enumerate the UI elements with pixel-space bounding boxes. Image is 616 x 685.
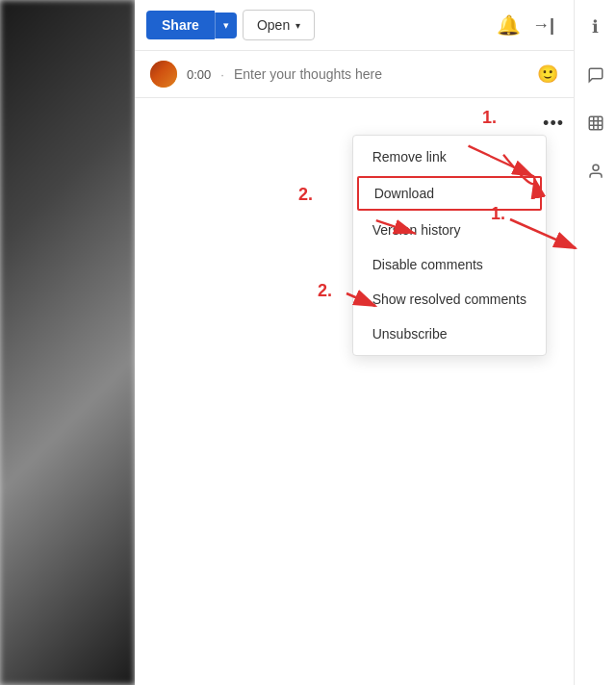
- chart-icon[interactable]: [580, 108, 611, 139]
- dropdown-item-disable-comments[interactable]: Disable comments: [353, 247, 546, 282]
- dropdown-item-unsubscribe[interactable]: Unsubscribe: [353, 317, 546, 351]
- comment-bar: 0:00 · 🙂: [135, 51, 574, 98]
- timestamp: 0:00: [187, 67, 211, 82]
- avatar: [150, 61, 177, 88]
- header-left: Share ▾ Open ▾: [146, 10, 315, 40]
- step1-label: 1.: [482, 108, 497, 128]
- dropdown-menu: Remove link Download Version history Dis…: [352, 135, 547, 356]
- dropdown-item-remove-link[interactable]: Remove link: [353, 140, 546, 174]
- separator: ·: [220, 67, 224, 82]
- main-content: Share ▾ Open ▾ 🔔 →| 0:00 · 🙂: [135, 0, 574, 685]
- share-button[interactable]: Share: [146, 11, 215, 39]
- open-dropdown-arrow: ▾: [295, 20, 300, 31]
- share-button-group: Share ▾: [146, 11, 237, 39]
- left-content-panel: [0, 0, 135, 685]
- comment-input[interactable]: [234, 66, 527, 82]
- open-label: Open: [257, 17, 290, 33]
- notification-bell-icon[interactable]: 🔔: [497, 13, 521, 37]
- collapse-panel-icon[interactable]: →|: [532, 15, 554, 36]
- share-dropdown-button[interactable]: ▾: [215, 13, 237, 38]
- emoji-button[interactable]: 🙂: [537, 63, 558, 85]
- content-area: ••• Remove link Download Version history…: [135, 98, 574, 685]
- svg-point-9: [593, 165, 599, 170]
- app-container: Share ▾ Open ▾ 🔔 →| 0:00 · 🙂: [0, 0, 616, 685]
- header-toolbar: Share ▾ Open ▾ 🔔 →|: [135, 0, 574, 51]
- dropdown-item-download[interactable]: Download: [357, 176, 542, 211]
- right-sidebar: ℹ: [574, 0, 616, 685]
- person-icon[interactable]: [580, 156, 611, 187]
- header-right: 🔔 →|: [497, 13, 562, 37]
- info-icon[interactable]: ℹ: [580, 12, 611, 42]
- dropdown-item-show-resolved[interactable]: Show resolved comments: [353, 282, 546, 317]
- open-button[interactable]: Open ▾: [243, 10, 315, 40]
- svg-rect-4: [589, 116, 603, 130]
- dropdown-item-version-history[interactable]: Version history: [353, 213, 546, 247]
- comment-icon[interactable]: [580, 60, 611, 90]
- step2-label: 2.: [298, 185, 313, 205]
